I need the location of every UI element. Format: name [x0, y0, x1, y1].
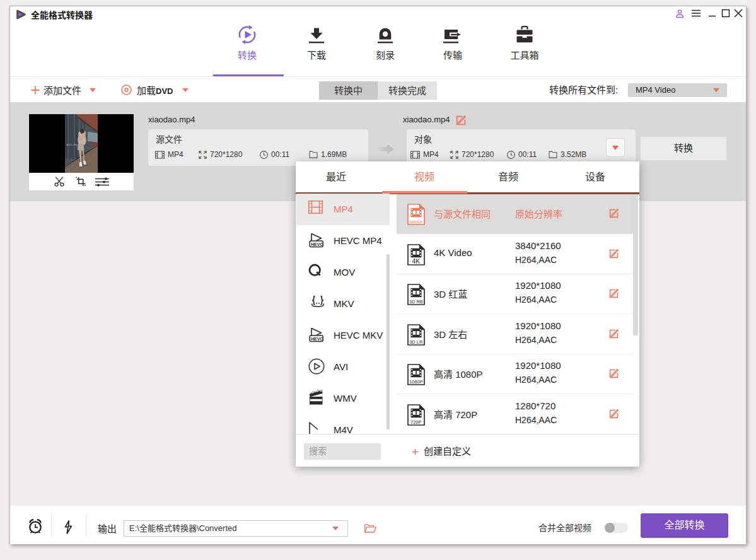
svg-text:HEVC: HEVC: [311, 337, 323, 341]
svg-text:V###.#%: V###.#%: [66, 143, 77, 146]
svg-text:3D RB: 3D RB: [409, 299, 423, 305]
svg-text:4K: 4K: [412, 257, 420, 264]
svg-text:1080P: 1080P: [409, 379, 423, 385]
svg-text:source: source: [410, 219, 423, 224]
svg-text:3D LR: 3D LR: [409, 339, 423, 344]
svg-text:720P: 720P: [410, 419, 422, 424]
svg-text:HEVC: HEVC: [311, 242, 323, 247]
